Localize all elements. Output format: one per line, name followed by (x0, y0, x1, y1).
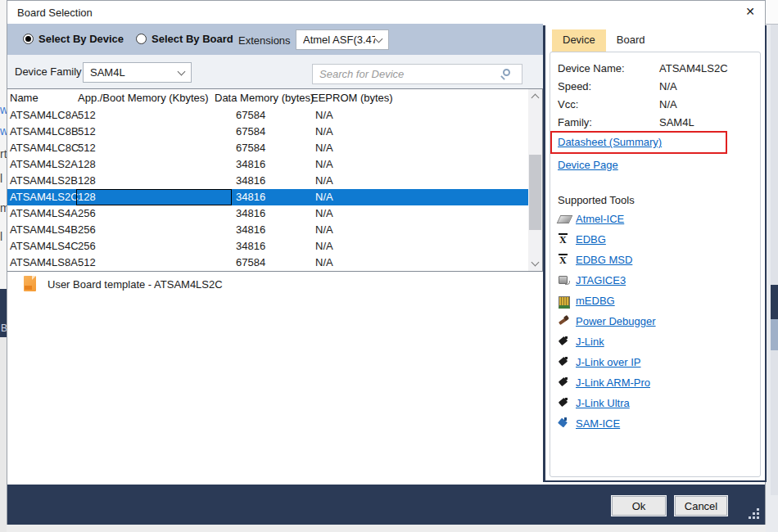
table-row[interactable]: ATSAM4LS4B 256 34816 N/A (7, 222, 528, 238)
cell-name: ATSAM4LS2A (10, 156, 78, 173)
table-scrollbar[interactable] (528, 89, 542, 271)
tool-item: Atmel-ICE (558, 210, 624, 227)
scrollbar-thumb[interactable] (529, 155, 541, 230)
table-row[interactable]: ATSAM4LS2A 128 34816 N/A (7, 156, 528, 173)
tool-item: J-Link Ultra (558, 394, 630, 411)
device-family-value: SAM4L (90, 66, 125, 79)
cell-app-boot-memory: 512 (78, 255, 96, 271)
scroll-down-icon[interactable] (531, 259, 540, 267)
sam-ice-icon (558, 417, 571, 429)
device-info-panel: DeviceBoard Device Name:ATSAM4LS2CSpeed:… (543, 25, 767, 482)
scroll-up-icon[interactable] (531, 94, 540, 102)
radio-unselected-icon (136, 34, 147, 44)
cell-eeprom: N/A (315, 140, 333, 156)
tab-device[interactable]: Device (552, 29, 606, 52)
field-row: Device Name:ATSAM4LS2C (550, 62, 760, 80)
search-input[interactable] (319, 65, 495, 83)
tool-item: J-Link over IP (558, 354, 640, 370)
device-family-label: Device Family (15, 65, 82, 78)
cell-app-boot-memory: 512 (78, 107, 96, 124)
cell-data-memory: 34816 (236, 173, 265, 189)
cell-eeprom: N/A (315, 156, 333, 173)
column-header[interactable]: App./Boot Memory (Kbytes) (78, 89, 209, 107)
board-template-file-icon (24, 276, 36, 291)
table-row[interactable]: ATSAM4LS8A 512 67584 N/A (7, 255, 528, 271)
cell-app-boot-memory: 256 (78, 238, 96, 255)
cell-app-boot-memory: 128 (78, 173, 96, 189)
cell-data-memory: 34816 (236, 238, 265, 255)
table-row[interactable]: ATSAM4LC8C 512 67584 N/A (7, 140, 528, 156)
tool-link[interactable]: J-Link Ultra (576, 397, 630, 409)
device-table: NameApp./Boot Memory (Kbytes)Data Memory… (7, 88, 543, 272)
cell-app-boot-memory: 256 (78, 222, 96, 238)
field-value: ATSAM4LS2C (659, 62, 728, 74)
cell-name: ATSAM4LS2C (10, 189, 79, 205)
tool-item: SAM-ICE (558, 415, 620, 431)
edbg-icon (558, 233, 571, 245)
panel-content: Device Name:ATSAM4LS2CSpeed:N/AVcc:N/AFa… (550, 52, 761, 477)
cancel-button[interactable]: Cancel (674, 495, 728, 516)
table-row[interactable]: ATSAM4LS2B 128 34816 N/A (7, 173, 528, 189)
extensions-dropdown[interactable]: Atmel ASF(3.47. (296, 29, 389, 50)
board-template-label: User Board template - ATSAM4LS2C (47, 278, 223, 291)
edbg-msd-icon (558, 254, 571, 265)
supported-tools-heading: Supported Tools (558, 194, 635, 206)
close-icon[interactable]: ✕ (742, 5, 758, 20)
focused-cell-outline (76, 189, 232, 205)
cell-name: ATSAM4LS2B (10, 173, 78, 189)
user-board-template-item[interactable]: User Board template - ATSAM4LS2C (7, 272, 543, 296)
title-bar[interactable]: Board Selection ✕ (7, 1, 765, 24)
radio-selected-icon (23, 34, 34, 44)
tool-link[interactable]: EDBG (576, 233, 606, 246)
column-header[interactable]: EEPROM (bytes) (311, 89, 393, 107)
mode-toolbar: Select By Device Select By Board Extensi… (7, 24, 543, 55)
table-row[interactable]: ATSAM4LS2C 128 34816 N/A (7, 189, 528, 205)
cell-data-memory: 67584 (236, 124, 265, 140)
select-by-device-label: Select By Device (38, 33, 124, 45)
cell-eeprom: N/A (315, 255, 333, 271)
datasheet-summary-link[interactable]: Datasheet (Summary) (558, 136, 662, 148)
tool-link[interactable]: J-Link ARM-Pro (576, 376, 650, 389)
cell-eeprom: N/A (315, 205, 333, 222)
tool-link[interactable]: EDBG MSD (576, 254, 632, 266)
device-family-dropdown[interactable]: SAM4L (83, 62, 192, 83)
select-by-device-radio[interactable]: Select By Device (23, 33, 124, 45)
table-row[interactable]: ATSAM4LC8B 512 67584 N/A (7, 124, 528, 140)
tool-link[interactable]: J-Link (576, 336, 604, 348)
cell-name: ATSAM4LC8B (10, 124, 79, 140)
chevron-down-icon (375, 34, 383, 43)
field-label: Family: (558, 116, 592, 128)
field-value: SAM4L (659, 116, 694, 128)
footer-bar: Ok Cancel (7, 485, 765, 525)
jtagice3-icon (558, 274, 571, 286)
ok-button[interactable]: Ok (611, 495, 667, 516)
background-scrollbar (771, 25, 778, 495)
column-header[interactable]: Name (10, 89, 38, 107)
tool-link[interactable]: mEDBG (576, 295, 615, 307)
select-by-board-label: Select By Board (152, 33, 233, 45)
tool-link[interactable]: JTAGICE3 (576, 274, 626, 286)
cell-app-boot-memory: 512 (78, 140, 96, 156)
tool-link[interactable]: J-Link over IP (576, 356, 640, 368)
table-row[interactable]: ATSAM4LS4C 256 34816 N/A (7, 238, 528, 255)
table-row[interactable]: ATSAM4LS4A 256 34816 N/A (7, 205, 528, 222)
tab-board[interactable]: Board (606, 29, 656, 52)
jlink-arm-pro-icon (558, 376, 571, 388)
table-row[interactable]: ATSAM4LC8A 512 67584 N/A (7, 107, 528, 124)
tool-link[interactable]: Atmel-ICE (576, 213, 624, 225)
resize-grip-icon[interactable] (748, 507, 759, 519)
cell-name: ATSAM4LC8C (10, 140, 79, 156)
cell-eeprom: N/A (315, 238, 333, 255)
field-label: Speed: (558, 80, 591, 92)
tool-link[interactable]: Power Debugger (576, 315, 656, 327)
extensions-label: Extensions (238, 34, 291, 47)
cell-data-memory: 67584 (236, 255, 265, 271)
cell-data-memory: 34816 (236, 156, 265, 173)
tool-link[interactable]: SAM-ICE (576, 417, 620, 430)
cell-name: ATSAM4LS4C (10, 238, 79, 255)
tool-item: J-Link ARM-Pro (558, 374, 650, 390)
select-by-board-radio[interactable]: Select By Board (136, 33, 233, 45)
device-page-link[interactable]: Device Page (558, 159, 618, 171)
column-header[interactable]: Data Memory (bytes) (215, 89, 314, 107)
board-selection-dialog: Board Selection ✕ Select By Device Selec… (7, 0, 766, 525)
